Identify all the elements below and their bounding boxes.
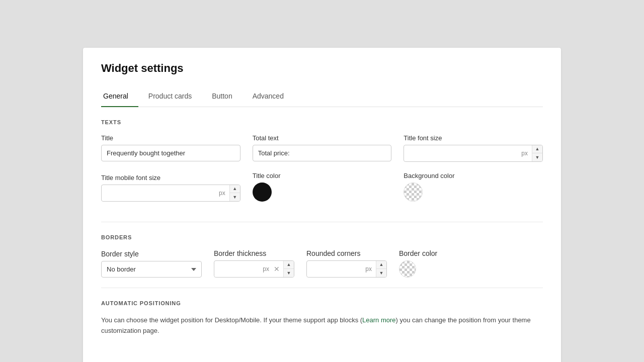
widget-settings-container: Widget settings General Product cards Bu… [83,48,561,362]
automatic-positioning-description: You can choose the widget position for D… [101,315,543,336]
title-font-size-label: Title font size [404,134,543,142]
title-mobile-font-size-label: Title mobile font size [101,174,240,182]
rounded-corners-down[interactable]: ▼ [376,269,386,277]
title-input[interactable] [101,145,240,161]
border-thickness-unit: px [261,265,271,273]
rounded-corners-up[interactable]: ▲ [376,261,386,269]
title-color-group: Title color [253,172,392,202]
rounded-corners-spinners: ▲ ▼ [376,261,386,277]
title-font-size-input[interactable] [404,146,517,161]
title-mobile-font-size-input[interactable] [102,186,215,201]
learn-more-link[interactable]: Learn more [362,316,395,324]
border-style-label: Border style [101,250,202,258]
border-thickness-label: Border thickness [214,249,294,257]
border-color-group: Border color [399,249,437,278]
background-color-swatch[interactable] [404,183,423,202]
title-font-size-input-wrapper: px ▲ ▼ [404,145,543,162]
automatic-positioning-heading: AUTOMATIC POSITIONING [101,300,543,306]
tab-general[interactable]: General [101,87,138,107]
rounded-corners-label: Rounded corners [306,249,387,257]
total-text-input[interactable] [253,145,392,161]
tab-button[interactable]: Button [202,87,242,107]
borders-section-heading: BORDERS [101,234,543,240]
title-font-size-down[interactable]: ▼ [532,153,542,161]
border-thickness-clear[interactable]: ✕ [271,263,282,275]
border-thickness-up[interactable]: ▲ [284,261,294,269]
title-color-swatch[interactable] [253,183,272,202]
page-title: Widget settings [101,62,543,75]
title-font-size-spinners: ▲ ▼ [532,145,542,161]
positioning-text-before: You can choose the widget position for D… [101,316,362,324]
title-mobile-font-size-input-wrapper: px ▲ ▼ [101,185,240,202]
borders-section: BORDERS Border style No border Solid Das… [101,222,543,288]
title-font-size-unit: px [517,150,532,157]
rounded-corners-input[interactable] [307,261,361,277]
title-color-label: Title color [253,172,392,179]
border-thickness-spinners: ▲ ▼ [283,261,294,277]
texts-row-1: Title Total text Title font size px ▲ ▼ [101,134,543,162]
title-mobile-font-size-group: Title mobile font size px ▲ ▼ [101,174,240,202]
tab-product-cards[interactable]: Product cards [138,87,202,107]
title-label: Title [101,134,240,142]
tab-advanced[interactable]: Advanced [243,87,294,107]
rounded-corners-group: Rounded corners px ▲ ▼ [306,249,387,278]
title-font-size-group: Title font size px ▲ ▼ [404,134,543,162]
background-color-label: Background color [404,172,543,179]
title-mobile-font-size-spinners: ▲ ▼ [229,185,240,201]
border-style-select[interactable]: No border Solid Dashed Dotted [101,261,202,278]
border-color-swatch[interactable] [399,260,416,278]
title-field-group: Title [101,134,240,161]
borders-row: Border style No border Solid Dashed Dott… [101,249,543,278]
border-style-group: Border style No border Solid Dashed Dott… [101,250,202,278]
tabs-nav: General Product cards Button Advanced [101,87,543,107]
texts-row-2: Title mobile font size px ▲ ▼ Title colo… [101,172,543,202]
rounded-corners-input-wrapper: px ▲ ▼ [306,260,387,278]
texts-section-heading: TEXTS [101,119,543,125]
border-color-label: Border color [399,249,437,257]
title-font-size-up[interactable]: ▲ [532,145,542,153]
total-text-field-group: Total text [253,134,392,161]
texts-section: TEXTS Title Total text Title font size p… [101,107,543,222]
border-thickness-input-wrapper: px ✕ ▲ ▼ [214,260,294,278]
background-color-group: Background color [404,172,543,202]
automatic-positioning-section: AUTOMATIC POSITIONING You can choose the… [101,288,543,346]
border-thickness-input[interactable] [214,261,261,277]
border-thickness-group: Border thickness px ✕ ▲ ▼ [214,249,294,278]
total-text-label: Total text [253,134,392,142]
border-thickness-down[interactable]: ▼ [284,269,294,277]
title-mobile-font-size-down[interactable]: ▼ [230,193,240,201]
rounded-corners-unit: px [361,265,376,273]
title-mobile-font-size-up[interactable]: ▲ [230,185,240,193]
title-mobile-font-size-unit: px [215,190,229,197]
